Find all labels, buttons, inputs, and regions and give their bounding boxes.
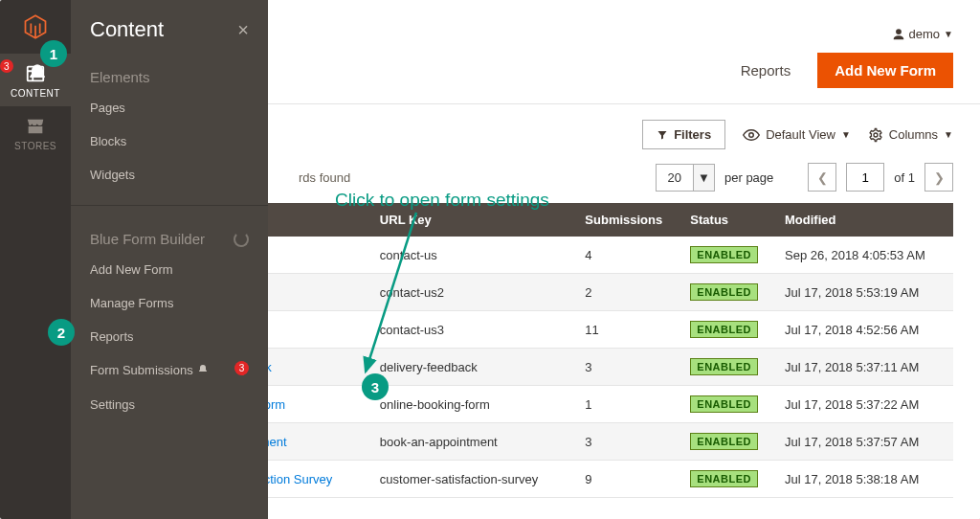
cell-submissions: 4 bbox=[571, 237, 677, 274]
cell-modified: Jul 17, 2018 5:37:11 AM bbox=[771, 349, 953, 386]
cell-submissions: 2 bbox=[571, 274, 677, 311]
cell-modified: Jul 17, 2018 4:52:56 AM bbox=[771, 311, 953, 349]
flyout-menu-item[interactable]: Manage Forms bbox=[71, 286, 268, 320]
cell-submissions: 11 bbox=[571, 311, 677, 349]
default-view-dropdown[interactable]: Default View ▼ bbox=[743, 126, 851, 144]
per-page-select[interactable]: 20 ▼ bbox=[656, 164, 715, 192]
col-header-modified[interactable]: Modified bbox=[771, 203, 953, 237]
svg-point-4 bbox=[874, 133, 878, 137]
flyout-menu-item[interactable]: Reports bbox=[71, 320, 268, 353]
admin-icon-rail: CONTENT 3 STORES bbox=[0, 0, 71, 519]
cell-status: ENABLED bbox=[677, 461, 771, 498]
svg-point-3 bbox=[749, 132, 754, 137]
cell-status: ENABLED bbox=[677, 274, 771, 311]
cell-url-key: book-an-appointment bbox=[367, 423, 571, 461]
per-page-label: per page bbox=[724, 170, 773, 185]
col-header-submissions[interactable]: Submissions bbox=[571, 203, 677, 237]
col-header-status[interactable]: Status bbox=[677, 203, 771, 237]
cell-modified: Jul 17, 2018 5:37:22 AM bbox=[771, 386, 953, 423]
user-icon bbox=[892, 28, 905, 41]
cell-url-key: online-booking-form bbox=[367, 386, 571, 423]
funnel-icon bbox=[657, 129, 668, 141]
page-of-label: of 1 bbox=[894, 170, 915, 185]
cell-submissions: 9 bbox=[571, 461, 677, 498]
notification-badge: 3 bbox=[234, 361, 249, 375]
flyout-title: Content bbox=[90, 17, 164, 42]
notification-badge: 3 bbox=[0, 59, 13, 73]
close-icon[interactable]: × bbox=[237, 19, 249, 41]
eye-icon bbox=[743, 126, 760, 144]
flyout-menu-item[interactable]: Add New Form bbox=[71, 253, 268, 286]
cell-modified: Jul 17, 2018 5:53:19 AM bbox=[771, 274, 953, 311]
cell-status: ENABLED bbox=[677, 311, 771, 349]
chevron-down-icon: ▼ bbox=[841, 129, 851, 140]
add-new-form-button[interactable]: Add New Form bbox=[817, 53, 953, 88]
flyout-section-heading: Blue Form Builder bbox=[71, 212, 268, 253]
spinner-icon bbox=[234, 232, 249, 247]
cell-submissions: 3 bbox=[571, 349, 677, 386]
columns-label: Columns bbox=[889, 127, 938, 142]
flyout-menu-item[interactable]: Pages bbox=[71, 91, 268, 124]
annotation-marker-1: 1 bbox=[40, 40, 67, 67]
status-badge: ENABLED bbox=[690, 358, 758, 375]
annotation-marker-3: 3 bbox=[362, 373, 389, 400]
page-input[interactable] bbox=[846, 163, 884, 192]
account-menu[interactable]: demo ▼ bbox=[892, 27, 953, 41]
flyout-menu-item[interactable]: Form Submissions3 bbox=[71, 353, 268, 388]
cell-status: ENABLED bbox=[677, 349, 771, 386]
reports-link[interactable]: Reports bbox=[724, 53, 809, 88]
bell-icon bbox=[27, 63, 48, 86]
cell-url-key: customer-satisfaction-survey bbox=[367, 461, 571, 498]
rail-item-stores[interactable]: STORES bbox=[0, 106, 71, 159]
status-badge: ENABLED bbox=[690, 470, 758, 487]
prev-page-button[interactable]: ❮ bbox=[808, 163, 836, 192]
status-badge: ENABLED bbox=[690, 246, 758, 263]
cell-submissions: 1 bbox=[571, 386, 677, 423]
annotation-marker-2: 2 bbox=[48, 319, 75, 346]
cell-modified: Sep 26, 2018 4:05:53 AM bbox=[771, 237, 953, 274]
flyout-menu-item[interactable]: Widgets bbox=[71, 158, 268, 192]
account-name: demo bbox=[909, 27, 941, 41]
content-flyout-panel: Content × ElementsPagesBlocksWidgetsBlue… bbox=[71, 0, 268, 519]
default-view-label: Default View bbox=[766, 127, 835, 142]
records-found-text: rds found bbox=[299, 170, 350, 185]
svg-line-5 bbox=[366, 213, 416, 372]
bell-icon bbox=[197, 364, 209, 378]
next-page-button[interactable]: ❯ bbox=[924, 163, 953, 192]
status-badge: ENABLED bbox=[690, 321, 758, 338]
chevron-down-icon: ▼ bbox=[944, 29, 953, 39]
cell-status: ENABLED bbox=[677, 386, 771, 423]
status-badge: ENABLED bbox=[690, 395, 758, 413]
flyout-menu-item[interactable]: Settings bbox=[71, 388, 268, 421]
rail-item-label: CONTENT bbox=[11, 88, 60, 99]
annotation-text: Click to open form settings bbox=[335, 190, 549, 211]
status-badge: ENABLED bbox=[690, 433, 758, 450]
status-badge: ENABLED bbox=[690, 283, 758, 301]
flyout-menu-item[interactable]: Blocks bbox=[71, 124, 268, 158]
flyout-section-heading: Elements bbox=[71, 50, 268, 91]
chevron-down-icon: ▼ bbox=[693, 165, 714, 191]
filters-label: Filters bbox=[674, 127, 711, 142]
cell-submissions: 3 bbox=[571, 423, 677, 461]
cell-modified: Jul 17, 2018 5:37:57 AM bbox=[771, 423, 953, 461]
cell-status: ENABLED bbox=[677, 423, 771, 461]
columns-dropdown[interactable]: Columns ▼ bbox=[868, 127, 953, 143]
rail-item-label: STORES bbox=[14, 141, 56, 151]
cell-status: ENABLED bbox=[677, 237, 771, 274]
filters-button[interactable]: Filters bbox=[642, 120, 725, 149]
chevron-down-icon: ▼ bbox=[944, 129, 953, 140]
gear-icon bbox=[868, 127, 883, 143]
per-page-value: 20 bbox=[657, 165, 693, 191]
cell-modified: Jul 17, 2018 5:38:18 AM bbox=[771, 461, 953, 498]
